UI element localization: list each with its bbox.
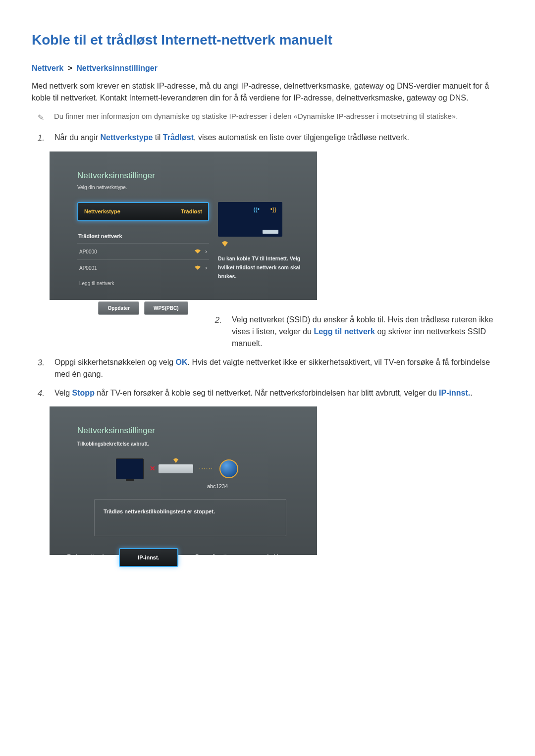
step-text-part: til [153, 133, 162, 142]
network-ssid: AP0000 [79, 248, 97, 255]
wifi-signal-icon [194, 249, 201, 254]
network-item[interactable]: AP0000 › [77, 243, 209, 259]
chevron-right-icon: › [205, 247, 207, 256]
step2-text: Velg nettverket (SSID) du ønsker å koble… [232, 314, 503, 350]
keyword: IP-innst. [439, 389, 470, 397]
globe-icon [219, 459, 238, 478]
selector-value: Trådløst [181, 207, 202, 216]
keyword: Stopp [72, 389, 95, 397]
keyword: Legg til nettverk [314, 327, 375, 336]
step-text-part: Velg [54, 389, 72, 397]
tv-screenshot-connection-aborted: Nettverksinnstillinger Tilkoblingsbekref… [50, 406, 317, 555]
step-number: 3. [35, 356, 45, 369]
status-message-box: Trådløs nettverkstilkoblingstest er stop… [94, 499, 286, 536]
tv-help-text: Du kan koble TV til Internett. Velg hvil… [218, 254, 302, 281]
network-item[interactable]: AP0001 › [77, 259, 209, 276]
step3-text: Oppgi sikkerhetsnøkkelen og velg OK. Hvi… [54, 356, 503, 380]
step-text-part: . [470, 389, 472, 397]
add-network-label: Legg til nettverk [79, 280, 114, 287]
wps-button[interactable]: WPS(PBC) [144, 302, 188, 315]
step-text-part: , vises automatisk en liste over tilgjen… [194, 133, 409, 142]
step4-text: Velg Stopp når TV-en forsøker å koble se… [54, 387, 503, 399]
keyword: OK [176, 358, 188, 366]
change-network-button[interactable]: Endre nettverk [56, 548, 116, 567]
step-number: 2. [212, 314, 222, 327]
tv-screenshot-network-list: Nettverksinnstillinger Velg din nettverk… [50, 151, 317, 300]
ip-settings-button[interactable]: IP-innst. [119, 548, 178, 567]
connection-diagram: ✕ ······ [116, 458, 303, 479]
keyword: Nettverkstype [101, 133, 153, 142]
router-illustration: ((• •)) [218, 202, 282, 237]
add-network-item[interactable]: Legg til nettverk [77, 276, 209, 291]
network-ssid: AP0001 [79, 264, 97, 272]
selector-label: Nettverkstype [84, 207, 120, 216]
keyword: Trådløst [163, 133, 194, 142]
tv-dialog-title: Nettverksinnstillinger [77, 424, 303, 437]
tv-dialog-subtitle: Tilkoblingsbekreftelse avbrutt. [77, 440, 303, 448]
breadcrumb-sep: > [67, 64, 72, 72]
retry-button[interactable]: Prøv på nytt [181, 548, 241, 567]
wifi-stand-icon [220, 239, 230, 248]
step-number: 4. [35, 387, 45, 400]
connection-dots-icon: ······ [199, 465, 214, 472]
note-text: Du finner mer informasjon om dynamiske o… [54, 111, 503, 122]
wifi-signal-icon [194, 265, 201, 270]
breadcrumb-a: Nettverk [32, 64, 63, 72]
tv-icon [116, 458, 144, 479]
intro-text: Med nettverk som krever en statisk IP-ad… [32, 80, 503, 104]
page-title: Koble til et trådløst Internett-nettverk… [32, 30, 503, 50]
step-text-part: når TV-en forsøker å koble seg til nettv… [95, 389, 439, 397]
pencil-icon: ✎ [38, 112, 44, 124]
step-number: 1. [35, 132, 45, 145]
step-text-part: Oppgi sikkerhetsnøkkelen og velg [54, 358, 176, 366]
chevron-right-icon: › [205, 263, 207, 272]
tv-dialog-title: Nettverksinnstillinger [77, 169, 307, 182]
step1-text: Når du angir Nettverkstype til Trådløst,… [54, 132, 503, 144]
close-button[interactable]: Lukk [244, 548, 303, 567]
network-type-selector[interactable]: Nettverkstype Trådløst [77, 202, 209, 221]
refresh-button[interactable]: Oppdater [98, 302, 139, 315]
router-icon [159, 464, 193, 473]
breadcrumb-b: Nettverksinnstillinger [76, 64, 158, 72]
breadcrumb: Nettverk > Nettverksinnstillinger [32, 62, 503, 74]
step-text-part: Når du angir [54, 133, 101, 142]
wireless-section-header: Trådløst nettverk [77, 232, 209, 241]
ssid-label: abc1234 [132, 482, 303, 491]
tv-dialog-subtitle: Velg din nettverkstype. [77, 184, 307, 191]
x-fail-icon: ✕ [150, 463, 156, 474]
